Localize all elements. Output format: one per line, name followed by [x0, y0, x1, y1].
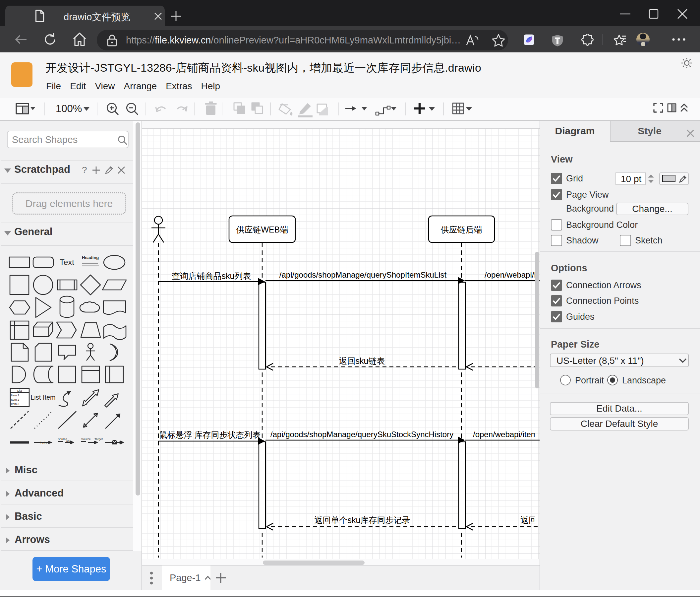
svg-text:100%: 100%	[56, 103, 82, 114]
svg-text:Label: Label	[41, 441, 49, 445]
svg-text:Heading: Heading	[82, 255, 99, 260]
svg-text:Item 2: Item 2	[11, 398, 19, 401]
svg-text:List Item: List Item	[30, 394, 56, 401]
svg-text:返回sku链表: 返回sku链表	[339, 356, 385, 365]
svg-text:供应链WEB端: 供应链WEB端	[236, 225, 289, 234]
svg-text:/api/goods/shopManage/querySho: /api/goods/shopManage/queryShopItemSkuLi…	[279, 270, 447, 279]
svg-text:Source: Source	[58, 437, 67, 441]
svg-text:Text: Text	[60, 258, 74, 267]
svg-text:Source: Source	[81, 437, 91, 441]
svg-text:/open/webapi/itemStock: /open/webapi/itemStock	[473, 430, 540, 439]
svg-text:Item 1: Item 1	[11, 394, 19, 397]
svg-text:List: List	[17, 389, 22, 392]
svg-text:鼠标悬浮 库存同步状态列表: 鼠标悬浮 库存同步状态列表	[159, 430, 261, 439]
svg-text:/open/webapi/item: /open/webapi/item	[484, 270, 540, 279]
svg-text:abel: abel	[66, 439, 71, 443]
svg-text:返回单个sku库存同步记录: 返回单个sku库存同步记录	[315, 516, 410, 525]
svg-text:Target: Target	[95, 437, 103, 441]
svg-text:Item 3: Item 3	[11, 402, 19, 406]
svg-text:查询店铺商品sku列表: 查询店铺商品sku列表	[172, 271, 251, 281]
svg-text:供应链后端: 供应链后端	[441, 225, 482, 234]
svg-text:/api/goods/shopManage/querySku: /api/goods/shopManage/querySkuStockSyncH…	[271, 430, 453, 439]
